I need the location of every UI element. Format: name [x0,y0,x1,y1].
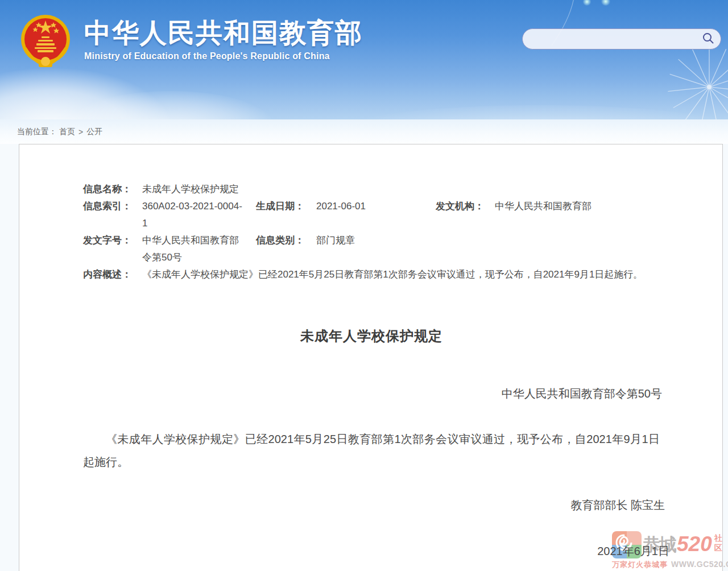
site-title: 中华人民共和国教育部 [84,18,363,48]
watermark-suffix-top: 社 [714,533,722,543]
site-subtitle: Ministry of Education of the People's Re… [84,51,363,61]
search-input[interactable] [523,29,701,49]
meta-value-index: 360A02-03-2021-0004-1 [142,198,256,232]
decree-number-line: 中华人民共和国教育部令第50号 [83,386,662,402]
watermark-url: WWW.GC520.CN [671,560,728,569]
meta-label-category: 信息类别： [256,232,316,266]
brand-text: 中华人民共和国教育部 Ministry of Education of the … [84,14,363,61]
meta-label-summary: 内容概述： [83,266,142,283]
meta-label-date-generated: 生成日期： [256,198,316,232]
watermark-suffix-bottom: 区 [714,543,722,553]
signature-line: 教育部部长 陈宝生 [83,497,665,513]
meta-label-index: 信息索引： [83,198,142,232]
document-date: 2021年6月1日 [83,543,669,560]
breadcrumb-home-link[interactable]: 首页 [59,127,75,137]
meta-value-name: 未成年人学校保护规定 [142,181,660,198]
meta-label-doc-number: 发文字号： [83,232,142,266]
meta-label-name: 信息名称： [83,181,142,198]
meta-label-issuing-agency: 发文机构： [436,198,495,232]
national-emblem-logo [20,14,71,68]
search-box [522,28,721,49]
breadcrumb-separator: > [78,127,83,136]
cloud-decoration [68,91,273,119]
document-panel: 信息名称： 未成年人学校保护规定 信息索引： 360A02-03-2021-00… [19,144,723,571]
breadcrumb-label: 当前位置： [17,127,57,137]
meta-value-doc-number: 中华人民共和国教育部令第50号 [142,232,256,266]
breadcrumb-open-link[interactable]: 公开 [86,127,102,137]
document-metadata-table: 信息名称： 未成年人学校保护规定 信息索引： 360A02-03-2021-00… [83,181,660,283]
meta-value-category: 部门规章 [316,232,660,266]
content-area: 信息名称： 未成年人学校保护规定 信息索引： 360A02-03-2021-00… [0,144,728,571]
meta-value-issuing-agency: 中华人民共和国教育部 [495,198,660,232]
brand[interactable]: 中华人民共和国教育部 Ministry of Education of the … [20,14,363,68]
meta-value-date-generated: 2021-06-01 [316,198,436,232]
watermark-number: 520 [677,531,712,557]
watermark-slogan: 万家灯火恭城事 [612,560,668,570]
breadcrumb: 当前位置： 首页 > 公开 [0,119,728,144]
cloud-decoration [0,68,171,119]
site-header: 中华人民共和国教育部 Ministry of Education of the … [0,0,728,119]
document-body-paragraph: 《未成年人学校保护规定》已经2021年5月25日教育部第1次部务会议审议通过，现… [83,428,660,473]
document-title: 未成年人学校保护规定 [83,328,660,345]
page: 中华人民共和国教育部 Ministry of Education of the … [0,0,728,571]
search-icon[interactable] [701,30,721,49]
meta-value-summary: 《未成年人学校保护规定》已经2021年5月25日教育部第1次部务会议审议通过，现… [142,266,660,283]
watermark-suffix: 社 区 [714,531,722,553]
dandelion-icon [667,39,728,119]
